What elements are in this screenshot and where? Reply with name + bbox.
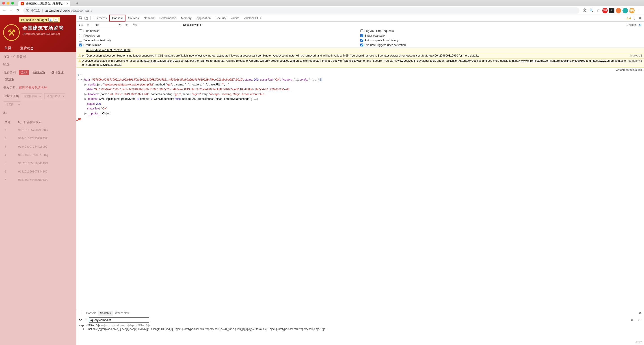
- search-input[interactable]: [89, 317, 149, 322]
- translate-icon[interactable]: 文: [582, 8, 588, 13]
- qual-name-select[interactable]: 请选择资质包含名称: [19, 86, 47, 90]
- debugger-resume-button[interactable]: ▶: [48, 18, 53, 22]
- bookmark-icon[interactable]: ☆: [596, 8, 601, 13]
- source-link[interactable]: watchman.min.js:181: [616, 68, 642, 72]
- address-bar[interactable]: ⓘ 不安全 | jzsc.mohurd.gov.cn/data/company: [23, 8, 580, 14]
- nav-home[interactable]: 首页: [4, 46, 11, 50]
- tab-sources[interactable]: Sources: [126, 15, 141, 21]
- ext-teal-icon[interactable]: [622, 8, 628, 13]
- mac-close[interactable]: [2, 2, 5, 5]
- mac-max[interactable]: [11, 2, 14, 5]
- th-index: 序号: [4, 119, 17, 126]
- expand-icon[interactable]: ▾: [80, 78, 82, 82]
- opt-log-xhr[interactable]: Log XMLHttpRequests: [360, 29, 642, 33]
- adblock-icon[interactable]: ABP: [602, 8, 608, 13]
- warning-count[interactable]: ⚠ 4: [626, 17, 631, 20]
- table-row[interactable]: 591520100551934643N: [4, 159, 72, 167]
- tab-audits[interactable]: Audits: [229, 15, 241, 21]
- svg-rect-2: [86, 18, 88, 20]
- table-row[interactable]: 491371600166897938Q: [4, 151, 72, 159]
- device-toolbar-icon[interactable]: [84, 16, 88, 21]
- clear-search-icon[interactable]: ⊘: [637, 317, 642, 322]
- new-tab-button[interactable]: ＋: [75, 1, 79, 6]
- drawer-menu-icon[interactable]: ⋮: [78, 311, 84, 315]
- expand-icon[interactable]: ▶: [84, 83, 87, 87]
- context-select[interactable]: top: [93, 23, 122, 27]
- tag-design[interactable]: 设计企业: [49, 70, 66, 75]
- tag-survey[interactable]: 勘察企业: [31, 70, 47, 75]
- nav-trends[interactable]: 监管动态: [20, 46, 34, 50]
- tag-all[interactable]: 全部: [19, 70, 29, 75]
- source-link[interactable]: company:1: [628, 59, 642, 67]
- expand-icon[interactable]: ▶: [84, 92, 87, 97]
- tab-console[interactable]: Console: [109, 15, 126, 22]
- tab-elements[interactable]: Elements: [92, 15, 109, 21]
- regex-toggle[interactable]: .*: [85, 318, 87, 322]
- devtools-menu-icon[interactable]: ⋮: [631, 16, 638, 20]
- ext-x-icon[interactable]: X: [609, 8, 614, 13]
- expand-icon[interactable]: ▶: [84, 97, 87, 101]
- close-search-icon[interactable]: ×: [109, 311, 111, 315]
- tab-application[interactable]: Application: [194, 15, 213, 21]
- mac-min[interactable]: [7, 2, 10, 5]
- other-select[interactable]: 请选择: [3, 101, 21, 107]
- tab-memory[interactable]: Memory: [179, 15, 194, 21]
- site-subtitle: (原全国建筑市场监管与诚信信息发: [22, 32, 64, 36]
- info-icon[interactable]: ⓘ: [26, 9, 29, 13]
- reg-label: 企业注册属: [3, 94, 19, 98]
- search-result-line[interactable]: 1 …nction e(e){for(var a,r,l=e[0],c=e[1]…: [79, 327, 642, 331]
- debugger-step-button[interactable]: ↷: [54, 18, 58, 22]
- match-case-toggle[interactable]: Aa: [79, 318, 82, 322]
- breadcrumb-home[interactable]: 首页: [3, 55, 10, 59]
- tab-adblock[interactable]: Adblock Plus: [242, 15, 263, 21]
- drawer-tab-search[interactable]: Search ×: [98, 311, 113, 316]
- eye-icon[interactable]: 👁: [124, 23, 129, 27]
- expand-icon[interactable]: ▶: [84, 112, 87, 116]
- opt-hide-network[interactable]: Hide network: [79, 29, 360, 33]
- tab-close-icon[interactable]: ×: [66, 2, 68, 6]
- devtools-close-icon[interactable]: ✕: [638, 16, 642, 20]
- tab-network[interactable]: Network: [142, 15, 157, 21]
- source-link[interactable]: index.js:1: [630, 54, 642, 58]
- back-button[interactable]: ←: [2, 8, 7, 13]
- refresh-search-icon[interactable]: ⟳: [630, 317, 634, 322]
- tab-performance[interactable]: Performance: [157, 15, 178, 21]
- drawer-tab-whatsnew[interactable]: What's New: [113, 311, 131, 316]
- city-select[interactable]: 请选择市级: [44, 93, 66, 99]
- table-row[interactable]: 191310112575879378G: [4, 126, 72, 134]
- opt-eager-eval[interactable]: Eager evaluation: [360, 34, 642, 37]
- log-levels-select[interactable]: Default levels ▾: [183, 23, 201, 27]
- table-row[interactable]: 291440113743593943Z: [4, 134, 72, 142]
- inspect-element-icon[interactable]: [78, 16, 83, 21]
- zoom-icon[interactable]: 🔍: [589, 8, 594, 13]
- opt-eval-triggers[interactable]: Evaluate triggers user activation: [360, 43, 642, 47]
- search-result-file[interactable]: ▾ app.c295acc0.js — jzsc.mohurd.gov.cn/j…: [79, 324, 642, 327]
- drawer-close-icon[interactable]: ✕: [637, 311, 643, 315]
- browser-tab[interactable]: 全国建筑市场监管公共服务平台 ×: [18, 1, 70, 6]
- ext-orange-icon[interactable]: [616, 8, 621, 13]
- page-viewport: Paused in debugger ▶ ↷ ⚒ 全国建筑市场监管 (原全国建筑…: [0, 15, 76, 345]
- console-play-icon[interactable]: ▸☰: [79, 23, 84, 27]
- forward-button: →: [8, 8, 14, 13]
- tab-security[interactable]: Security: [213, 15, 228, 21]
- console-settings-icon[interactable]: ⚙: [639, 23, 642, 27]
- opt-group-similar[interactable]: Group similar: [79, 43, 360, 47]
- tag-build[interactable]: 建筑业: [3, 77, 16, 82]
- console-prompt-icon[interactable]: ›: [78, 116, 79, 120]
- console-filter-input[interactable]: [132, 23, 181, 27]
- console-output: us.com/feature/5633521622188032. ⚠ ▶ [De…: [76, 48, 644, 310]
- console-output-icon: ‹: [78, 78, 79, 82]
- province-select[interactable]: 请选择省级: [21, 93, 42, 99]
- drawer-tab-console[interactable]: Console: [84, 311, 98, 316]
- expand-icon[interactable]: ▶: [82, 54, 84, 58]
- profile-avatar[interactable]: 明洋: [629, 8, 634, 13]
- table-row[interactable]: 691310116630783484J: [4, 168, 72, 175]
- browser-menu-icon[interactable]: ⋮: [636, 8, 642, 13]
- table-row[interactable]: 391440300708441899J: [4, 143, 72, 151]
- opt-preserve-log[interactable]: Preserve log: [79, 34, 360, 37]
- opt-selected-context[interactable]: Selected context only: [79, 39, 360, 42]
- reload-button[interactable]: ⟳: [15, 8, 20, 13]
- clear-console-icon[interactable]: ⊘: [86, 23, 91, 27]
- table-row[interactable]: 791511007446868943K: [4, 176, 72, 184]
- opt-autocomplete[interactable]: Autocomplete from history: [360, 39, 642, 42]
